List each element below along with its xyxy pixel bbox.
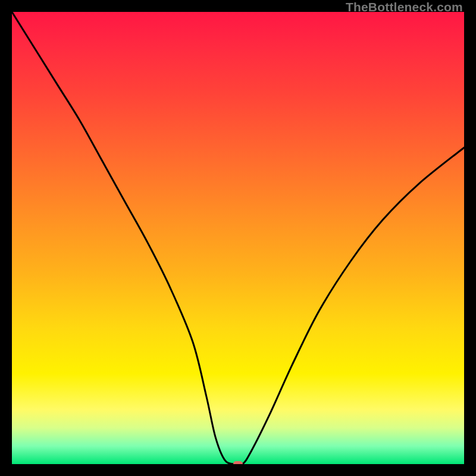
- bottleneck-curve: [12, 12, 464, 464]
- curve-svg: [12, 12, 464, 464]
- plot-area: [12, 12, 464, 464]
- optimal-point-marker: [233, 461, 243, 464]
- chart-frame: TheBottleneck.com: [0, 0, 476, 476]
